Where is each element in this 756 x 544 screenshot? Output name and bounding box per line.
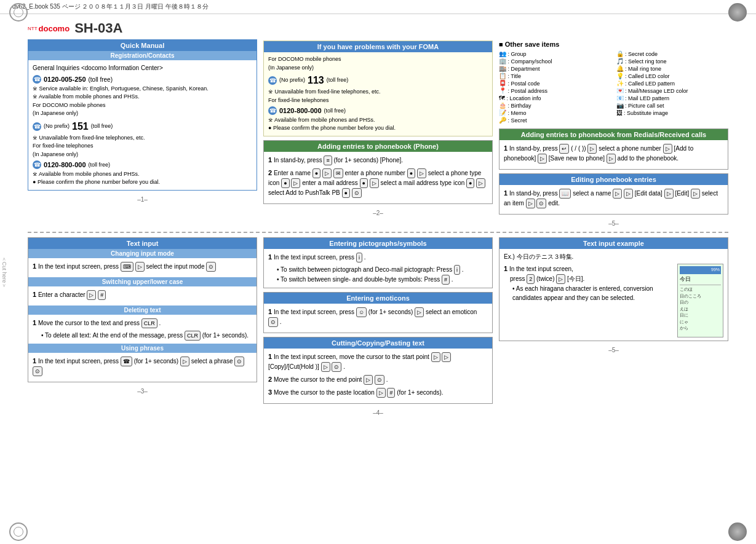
jp-only-3: (In Japanese only): [268, 64, 488, 73]
num113: 113: [308, 73, 324, 88]
step1-cut-text: In the text input screen, move the curso…: [274, 353, 429, 360]
phone2-number: 0120-800-000: [44, 160, 86, 170]
reg-content: General Inquiries <docomo Information Ce…: [28, 60, 257, 190]
no-prefix-2: (No prefix): [279, 76, 305, 85]
step2-text5: select a mail address type icon: [381, 179, 465, 186]
step1-redial-text2: ( / ( )): [571, 145, 586, 152]
ex-steps: 1 In the text input screen, press 2 (twi…: [504, 264, 674, 337]
phone-screen: 99% 今日 このほ 日のこころ 日の えは 日に にゃ から: [677, 264, 723, 337]
step1-num: 1: [268, 156, 272, 164]
page-divider-1: –1–: [28, 194, 257, 205]
save-item-group: 👥 : Group: [499, 50, 611, 57]
clr-key2: CLR: [185, 331, 201, 341]
editing-box: Editing phonebook entries 1 In stand-by,…: [499, 173, 728, 215]
nav-cut4: ⊙: [332, 362, 341, 372]
text-input-box: Text input Changing input mode 1 In the …: [28, 237, 257, 382]
nav-key9: ●: [342, 188, 350, 198]
screen-status: 99%: [680, 266, 721, 274]
nav-cut8: #: [387, 388, 395, 398]
step1-ti-text: In the text input screen, press: [38, 263, 119, 270]
screen-candidates: このほ 日のこころ 日の えは 日に にゃ から: [680, 285, 721, 332]
step1-ti-num: 1: [33, 262, 36, 270]
save-item-birthday: 🎂 : Birthday: [499, 102, 611, 109]
redials-box: Adding entries to phonebook from Redials…: [499, 128, 728, 170]
page-divider-3: –5–: [499, 218, 728, 229]
text-example-box: Text input example Ex.) 今日のテニス３時集. 1 In …: [499, 237, 728, 341]
step1-ex-text4: [今日].: [567, 275, 584, 282]
nav-sw1: ▷: [87, 290, 96, 300]
menu-key: ≡: [324, 156, 332, 165]
pict-key: i: [356, 253, 362, 262]
fixed-line-1: For fixed-line telephones: [33, 142, 252, 151]
phrases-content: 1 In the text input screen, press ☎ (for…: [28, 353, 257, 382]
step1-edit: 1 In stand-by, press 📖 select a name ▷ ▷…: [504, 188, 723, 208]
pictographs-box: Entering pictographs/symbols 1 In the te…: [263, 237, 493, 288]
clr-key: CLR: [141, 318, 157, 328]
ex-layout: 1 In the text input screen, press 2 (twi…: [504, 264, 723, 337]
phone-icon-1: ☎: [33, 75, 41, 84]
corner-decoration-bl: [9, 522, 28, 541]
nav-key: ●: [407, 168, 415, 178]
phone-icon-4: ☎: [268, 76, 277, 85]
step1-cut-num: 1: [268, 353, 272, 360]
pictographs-header: Entering pictographs/symbols: [264, 238, 492, 249]
center-key: ●: [312, 168, 320, 178]
step1-emot-num: 1: [268, 308, 272, 315]
step1-ph-text2: (for 1+ seconds): [134, 358, 179, 365]
step1-ex-text2: press: [510, 275, 525, 282]
step1-text: In stand-by, press: [274, 157, 322, 164]
save-item-mail-led: 💌 : Mail/Message LED color: [616, 87, 729, 94]
save-item-mail-led-pattern: 📧 : Mail LED pattern: [616, 95, 729, 101]
phone800-row: ☎ 0120-800-000 (toll free): [33, 160, 252, 170]
step2-num: 2: [268, 169, 272, 176]
other-save-section: ■ Other save items 👥 : Group 🔒 : Secret …: [499, 41, 728, 124]
phone3-type: (toll free): [324, 107, 346, 116]
note2: ※ Available from mobile phones and PHSs.: [33, 93, 252, 101]
step1-edit-text4: [Edit]: [675, 190, 689, 197]
screen-text: 今日: [680, 275, 721, 284]
problems-header: If you have problems with your FOMA: [264, 41, 492, 52]
step1-redial-num: 1: [504, 144, 507, 152]
cutting-content: 1 In the text input screen, move the cur…: [264, 349, 492, 403]
nav-e3: ▷: [664, 189, 674, 199]
switching-case-subheader: Switching upper/lower case: [28, 277, 257, 286]
step1-pict-num: 1: [268, 253, 272, 261]
step1-edit-num: 1: [504, 189, 507, 197]
ex-label: Ex.) 今日のテニス３時集.: [504, 253, 573, 260]
right-column: ■ Other save items 👥 : Group 🔒 : Secret …: [499, 17, 728, 229]
nav-key5: ●: [360, 178, 368, 188]
redials-header: Adding entries to phonebook from Redials…: [499, 129, 728, 140]
nav-key8: ▷: [476, 178, 485, 188]
note5: ● Please confirm the phone number before…: [33, 178, 252, 187]
step3-cut-text2: (for 1+ seconds).: [397, 389, 443, 396]
mail-key: ✉: [333, 168, 343, 178]
step2-cut: 2 Move the cursor to the end point ▷ ⊙ .: [268, 374, 488, 385]
step1-cut: 1 In the text input screen, move the cur…: [268, 352, 488, 372]
cand-2: 日のこころ: [680, 293, 721, 300]
text-example-column: Text input example Ex.) 今日のテニス３時集. 1 In …: [499, 237, 728, 418]
problems-box: If you have problems with your FOMA For …: [263, 41, 493, 136]
step1-edit-text6: edit.: [548, 200, 560, 207]
step1-edit-text2: select a name: [573, 190, 611, 197]
text-example-header: Text input example: [499, 238, 728, 249]
jp-only-2: (In Japanese only): [33, 151, 252, 159]
nav-e5: ▷: [526, 199, 535, 208]
note3: ※ Unavailable from fixed-line telephones…: [33, 134, 252, 143]
quick-manual-box: Quick Manual Registration/Contacts Gener…: [28, 39, 257, 191]
nav-r1: ▷: [587, 144, 597, 154]
for-docomo-2: For DOCOMO mobile phones: [268, 55, 488, 64]
cand-3: 日の: [680, 299, 721, 306]
cand-1: このほ: [680, 286, 721, 293]
pict-key2: i: [454, 265, 460, 275]
note6: ● Please confirm the phone number before…: [268, 124, 488, 133]
phone-icon-3: ☎: [33, 160, 41, 169]
other-save-title: ■ Other save items: [499, 41, 728, 48]
phone-icon-2: ☎: [33, 122, 41, 131]
docomo-logo: docomo: [39, 24, 70, 33]
save-item-mail-ring: 🔔 : Mail ring tone: [616, 65, 729, 72]
step1-pict: 1 In the text input screen, press i .: [268, 252, 488, 262]
phone3-number: 0120-800-000: [279, 106, 322, 116]
editing-content: 1 In stand-by, press 📖 select a name ▷ ▷…: [499, 185, 728, 214]
bullet-delete: • To delete all text: At the end of the …: [41, 331, 252, 341]
emoticons-content: 1 In the text input screen, press ☺ (for…: [264, 304, 492, 333]
